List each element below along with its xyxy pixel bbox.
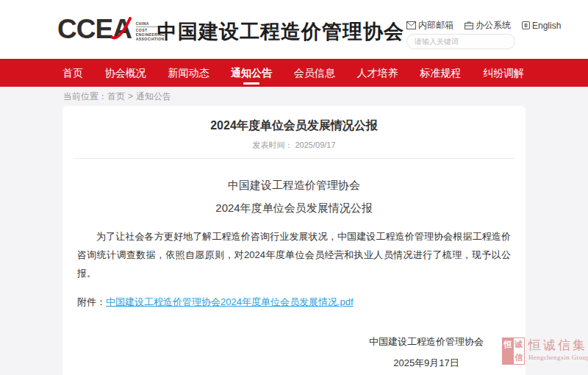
- publish-time: 发表时间： 2025/09/17: [74, 140, 514, 151]
- attachment-row: 附件：中国建设工程造价管理协会2024年度单位会员发展情况.pdf: [77, 296, 511, 309]
- logo-acronym: CCEA: [57, 15, 132, 44]
- title-divider: [74, 158, 514, 159]
- nav-item-about[interactable]: 协会概况: [105, 59, 146, 87]
- watermark-name-en: Hengchengxin Group: [528, 354, 588, 361]
- watermark-name: 恒诚信集团: [528, 338, 588, 354]
- document-heading-title: 2024年度单位会员发展情况公报: [74, 201, 514, 215]
- quick-link-label: 内部邮箱: [418, 19, 453, 32]
- document-paragraph: 为了让社会各方更好地了解工程造价咨询行业发展状况，中国建设工程造价管理协会根据工…: [77, 227, 511, 282]
- header-search-box: [406, 34, 515, 49]
- site-title: 中国建设工程造价管理协会: [157, 18, 404, 45]
- nav-item-members[interactable]: 会员信息: [294, 59, 335, 87]
- nav-item-training[interactable]: 人才培养: [357, 59, 398, 87]
- nav-item-notices[interactable]: 通知公告: [231, 59, 272, 87]
- logo-swoosh-icon: [110, 16, 132, 41]
- header-quick-links: 内部邮箱 办公系统 English: [406, 19, 561, 32]
- attachment-label: 附件：: [77, 296, 106, 307]
- article-card: 2024年度单位会员发展情况公报 发表时间： 2025/09/17 中国建设工程…: [62, 106, 526, 375]
- attachment-pdf-link[interactable]: 中国建设工程造价管理协会2024年度单位会员发展情况.pdf: [106, 296, 354, 307]
- signature-date: 2025年9月17日: [345, 357, 507, 370]
- quick-link-label: 办公系统: [476, 19, 511, 32]
- site-header: CCEA CHINA COST ENGINEERING ASSOCIATION …: [0, 0, 588, 59]
- article-title: 2024年度单位会员发展情况公报: [74, 106, 514, 133]
- signature-block: 中国建设工程造价管理协会 2025年9月17日: [345, 335, 507, 370]
- nav-item-standards[interactable]: 标准规程: [420, 59, 461, 87]
- mail-icon: [406, 21, 416, 29]
- office-system-link[interactable]: 办公系统: [465, 19, 511, 32]
- nav-item-mediation[interactable]: 纠纷调解: [483, 59, 524, 87]
- watermark-text: 恒诚信集团 Hengchengxin Group: [528, 338, 588, 361]
- briefcase-icon: [465, 21, 473, 29]
- internal-mail-link[interactable]: 内部邮箱: [406, 19, 453, 32]
- main-nav: 首页 协会概况 新闻动态 通知公告 会员信息 人才培养 标准规程 纠纷调解: [0, 59, 588, 87]
- document-heading-org: 中国建设工程造价管理协会: [74, 178, 514, 193]
- breadcrumb-current-link[interactable]: 通知公告: [136, 91, 171, 101]
- quick-link-label: English: [532, 21, 561, 31]
- breadcrumb-prefix: 当前位置：: [63, 91, 107, 101]
- site-logo: CCEA CHINA COST ENGINEERING ASSOCIATION: [57, 15, 165, 44]
- nav-item-news[interactable]: 新闻动态: [168, 59, 209, 87]
- search-input[interactable]: [415, 38, 512, 46]
- breadcrumb: 当前位置：首页>通知公告: [63, 90, 171, 103]
- breadcrumb-home-link[interactable]: 首页: [107, 91, 125, 101]
- english-link[interactable]: English: [522, 21, 561, 31]
- nav-item-home[interactable]: 首页: [62, 59, 83, 87]
- translate-icon: [522, 21, 530, 29]
- signature-org: 中国建设工程造价管理协会: [345, 335, 507, 349]
- breadcrumb-separator: >: [128, 91, 133, 101]
